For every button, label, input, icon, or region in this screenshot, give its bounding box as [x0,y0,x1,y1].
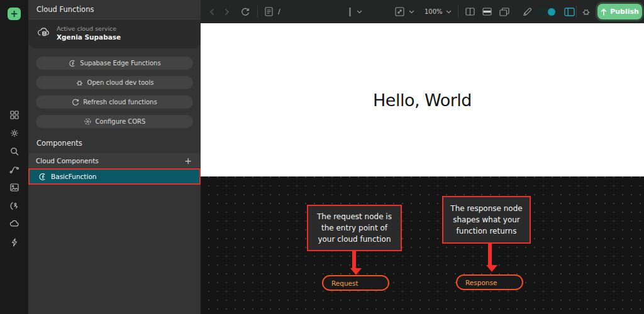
response-arrowhead-icon [486,265,497,272]
cors-gear-icon [84,117,92,126]
components-heading: Components [36,139,192,148]
preview-canvas: Hello, World [201,23,644,176]
cloud-database-icon [36,26,50,40]
cloud-icon[interactable] [0,220,28,227]
response-node[interactable]: Response [456,274,523,290]
hello-world-text: Hello, World [373,90,472,110]
zoom-level: 100% [425,8,443,15]
annotation-text: The response node shapes what your funct… [448,203,525,237]
supabase-edge-functions-button[interactable]: Supabase Edge Functions [36,57,193,70]
search-icon[interactable] [0,147,28,156]
settings-gear-icon[interactable] [0,129,28,138]
toggle-knob [548,8,555,16]
zoom-dropdown[interactable]: 100% [425,0,452,23]
split-rows-button[interactable] [482,0,492,23]
reload-button[interactable] [241,0,250,23]
refresh-icon [72,99,79,106]
edit-pencil-button[interactable] [523,0,532,23]
cursor-mode-dropdown[interactable] [349,0,362,23]
service-name: Xgenia Supabase [57,33,121,41]
add-button[interactable]: + [8,8,21,20]
panel-title: Cloud Functions [28,0,201,19]
component-label: BasicFunction [51,173,96,180]
node-label: Response [465,279,497,286]
configure-cors-button[interactable]: Configure CORS [36,115,193,128]
icon-rail: + [0,0,28,314]
active-cloud-service-card[interactable]: Active cloud service Xgenia Supabase [28,19,201,48]
lightning-icon[interactable] [0,238,28,247]
node-label: Request [331,279,358,287]
flow-path-icon[interactable] [0,165,28,174]
cloud-functions-panel: Cloud Functions Active cloud service Xge… [28,0,201,314]
apps-grid-icon[interactable] [0,111,28,119]
panel-actions: Supabase Edge Functions Open cloud dev t… [36,57,193,128]
add-component-button[interactable]: + [183,156,193,165]
preview-toggle[interactable] [536,7,557,16]
annotation-text: The request node is the entry point of y… [313,211,396,245]
refresh-cloud-functions-button[interactable]: Refresh cloud functions [36,95,193,109]
request-annotation-box[interactable]: The request node is the entry point of y… [307,205,402,251]
toolbar-divider [458,6,458,18]
open-cloud-dev-tools-button[interactable]: Open cloud dev tools [36,76,193,89]
forward-button[interactable] [224,0,230,23]
action-label: Supabase Edge Functions [80,60,160,67]
service-label: Active cloud service [57,25,121,32]
cloud-components-label: Cloud Components [36,157,99,165]
split-columns-button[interactable] [465,0,475,23]
bug-icon [75,78,84,87]
cloud-function-icon [38,173,47,181]
component-item-basicfunction[interactable]: BasicFunction [28,168,201,185]
request-node[interactable]: Request [322,275,389,291]
debug-bug-button[interactable] [581,0,591,23]
response-arrow [488,244,492,265]
publish-button[interactable]: Publish [597,4,642,19]
layout-panel-button[interactable] [564,0,575,23]
action-label: Refresh cloud functions [83,99,157,106]
app-window: + [0,0,644,314]
flow-canvas[interactable]: The request node is the entry point of y… [201,176,644,314]
service-text: Active cloud service Xgenia Supabase [57,25,121,41]
toolbar-divider [257,6,258,18]
resize-preview-dropdown[interactable] [395,0,414,23]
toolbar-divider [576,6,577,18]
action-label: Configure CORS [96,118,146,125]
chevron-down-icon [357,10,362,14]
windows-overlap-button[interactable] [499,0,509,23]
back-button[interactable] [209,0,215,23]
cloud-function-icon [68,60,76,67]
action-label: Open cloud dev tools [87,79,154,86]
request-arrow [352,251,356,268]
route-breadcrumb[interactable]: / [278,0,280,23]
chevron-down-icon [409,10,414,14]
request-arrowhead-icon [350,268,362,275]
toolbar: / 100% [201,0,644,23]
chevron-down-icon [446,10,452,14]
image-icon[interactable] [0,183,28,192]
page-icon[interactable] [265,0,273,23]
assistant-icon[interactable] [0,202,28,210]
publish-label: Publish [610,8,639,16]
response-annotation-box[interactable]: The response node shapes what your funct… [442,196,531,244]
upload-arrow-icon [601,8,607,16]
cloud-components-row[interactable]: Cloud Components + [28,153,201,168]
